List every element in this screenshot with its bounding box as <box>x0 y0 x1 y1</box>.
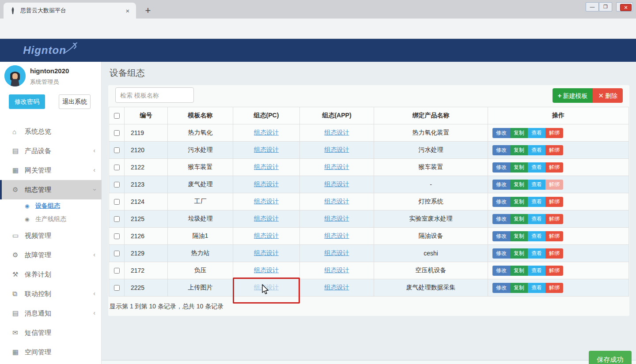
edit-button[interactable]: 修改 <box>492 283 510 293</box>
view-button[interactable]: 查看 <box>528 214 545 224</box>
edit-button[interactable]: 修改 <box>492 231 510 241</box>
window-maximize-button[interactable]: ❐ <box>599 2 612 11</box>
copy-button[interactable]: 复制 <box>510 231 528 241</box>
tab-favicon-icon <box>10 7 16 14</box>
copy-button[interactable]: 复制 <box>510 283 528 293</box>
copy-button[interactable]: 复制 <box>510 180 528 190</box>
app-design-link[interactable]: 组态设计 <box>325 215 349 223</box>
sidebar-subitem-1[interactable]: ◉生产线组态 <box>0 213 102 226</box>
edit-button[interactable]: 修改 <box>492 266 510 276</box>
view-button[interactable]: 查看 <box>528 197 545 207</box>
app-design-link[interactable]: 组态设计 <box>325 284 349 292</box>
sidebar-item-6[interactable]: ⚒保养计划 <box>0 265 102 284</box>
unbind-button[interactable]: 解绑 <box>545 283 563 293</box>
sidebar-item-8[interactable]: ▤消息通知‹ <box>0 304 102 323</box>
unbind-button[interactable]: 解绑 <box>545 248 563 259</box>
app-design-link[interactable]: 组态设计 <box>325 249 349 257</box>
row-checkbox[interactable] <box>114 130 120 136</box>
sidebar-item-1[interactable]: ▤产品设备‹ <box>0 141 102 161</box>
pc-design-link[interactable]: 组态设计 <box>254 232 279 240</box>
sidebar-item-4[interactable]: ▭视频管理 <box>0 226 102 245</box>
delete-button[interactable]: ✕删除 <box>593 88 623 103</box>
edit-button[interactable]: 修改 <box>492 214 510 224</box>
window-minimize-button[interactable]: — <box>586 2 599 11</box>
row-checkbox[interactable] <box>114 199 120 205</box>
row-checkbox[interactable] <box>114 182 120 188</box>
sidebar-item-9[interactable]: ✉短信管理 <box>0 323 102 342</box>
app-design-link[interactable]: 组态设计 <box>325 266 349 274</box>
unbind-button[interactable]: 解绑 <box>545 180 563 190</box>
copy-button[interactable]: 复制 <box>510 197 528 207</box>
pc-design-link[interactable]: 组态设计 <box>254 266 279 274</box>
edit-button[interactable]: 修改 <box>492 128 510 138</box>
copy-button[interactable]: 复制 <box>510 128 528 138</box>
column-header-3: 组态(APP) <box>299 107 374 124</box>
pc-design-link[interactable]: 组态设计 <box>254 163 279 171</box>
unbind-button[interactable]: 解绑 <box>545 214 563 224</box>
edit-button[interactable]: 修改 <box>492 145 510 155</box>
app-design-link[interactable]: 组态设计 <box>325 180 349 188</box>
video-icon: ▦ <box>12 348 25 356</box>
tab-close-icon[interactable]: × <box>124 7 132 15</box>
pc-design-link[interactable]: 组态设计 <box>254 129 279 137</box>
copy-button[interactable]: 复制 <box>510 145 528 155</box>
unbind-button[interactable]: 解绑 <box>545 162 563 173</box>
unbind-button[interactable]: 解绑 <box>545 266 563 276</box>
view-button[interactable]: 查看 <box>528 283 545 293</box>
copy-button[interactable]: 复制 <box>510 214 528 224</box>
row-checkbox[interactable] <box>114 285 120 291</box>
sidebar-item-2[interactable]: ▦网关管理‹ <box>0 161 102 180</box>
unbind-button[interactable]: 解绑 <box>545 145 563 155</box>
app-design-link[interactable]: 组态设计 <box>325 232 349 240</box>
view-button[interactable]: 查看 <box>528 231 545 241</box>
app-design-link[interactable]: 组态设计 <box>325 198 349 206</box>
copy-button[interactable]: 复制 <box>510 266 528 276</box>
view-button[interactable]: 查看 <box>528 128 545 138</box>
new-template-button[interactable]: +新建模板 <box>553 88 593 103</box>
sidebar-item-7[interactable]: ⧉联动控制‹ <box>0 284 102 304</box>
row-checkbox[interactable] <box>114 251 120 256</box>
unbind-button[interactable]: 解绑 <box>545 128 563 138</box>
row-checkbox[interactable] <box>114 216 120 222</box>
pc-design-link[interactable]: 组态设计 <box>254 249 279 257</box>
app-design-link[interactable]: 组态设计 <box>325 146 349 154</box>
toast-save-success: 保存成功 <box>589 351 632 364</box>
sidebar-item-5[interactable]: ⚙故障管理‹ <box>0 245 102 265</box>
sidebar-item-10[interactable]: ▦空间管理 <box>0 342 102 362</box>
row-checkbox[interactable] <box>114 147 120 153</box>
view-button[interactable]: 查看 <box>528 248 545 259</box>
unbind-button[interactable]: 解绑 <box>545 197 563 207</box>
app-design-link[interactable]: 组态设计 <box>325 163 349 171</box>
view-button[interactable]: 查看 <box>528 145 545 155</box>
home-icon: ⌂ <box>12 128 25 135</box>
brand-logo: Hignton <box>23 44 66 56</box>
app-design-link[interactable]: 组态设计 <box>325 129 349 137</box>
edit-button[interactable]: 修改 <box>492 248 510 259</box>
pc-design-link[interactable]: 组态设计 <box>254 146 279 154</box>
copy-button[interactable]: 复制 <box>510 248 528 259</box>
pc-design-link[interactable]: 组态设计 <box>254 284 279 292</box>
sidebar-item-3[interactable]: ⚙组态管理‹ <box>0 180 102 199</box>
table-toolbar: +新建模板✕删除 <box>0 88 623 103</box>
pc-design-link[interactable]: 组态设计 <box>254 180 279 188</box>
copy-button[interactable]: 复制 <box>510 162 528 173</box>
new-tab-button[interactable]: + <box>142 5 154 17</box>
edit-button[interactable]: 修改 <box>492 162 510 173</box>
unbind-button[interactable]: 解绑 <box>545 231 563 241</box>
edit-button[interactable]: 修改 <box>492 180 510 190</box>
edit-button[interactable]: 修改 <box>492 197 510 207</box>
sidebar-item-0[interactable]: ⌂系统总览 <box>0 122 102 141</box>
pc-design-link[interactable]: 组态设计 <box>254 198 279 206</box>
view-button[interactable]: 查看 <box>528 266 545 276</box>
pc-design-link[interactable]: 组态设计 <box>254 215 279 223</box>
row-checkbox[interactable] <box>114 233 120 239</box>
select-all-checkbox[interactable] <box>114 113 120 119</box>
browser-tab[interactable]: 思普云大数据平台 × <box>4 3 136 19</box>
row-checkbox[interactable] <box>114 165 120 170</box>
sidebar-subitem-0[interactable]: ◉设备组态 <box>0 199 102 213</box>
column-header-1: 模板名称 <box>167 107 233 124</box>
cell-id: 2125 <box>124 210 167 227</box>
row-checkbox[interactable] <box>114 268 120 274</box>
view-button[interactable]: 查看 <box>528 162 545 173</box>
view-button[interactable]: 查看 <box>528 180 545 190</box>
